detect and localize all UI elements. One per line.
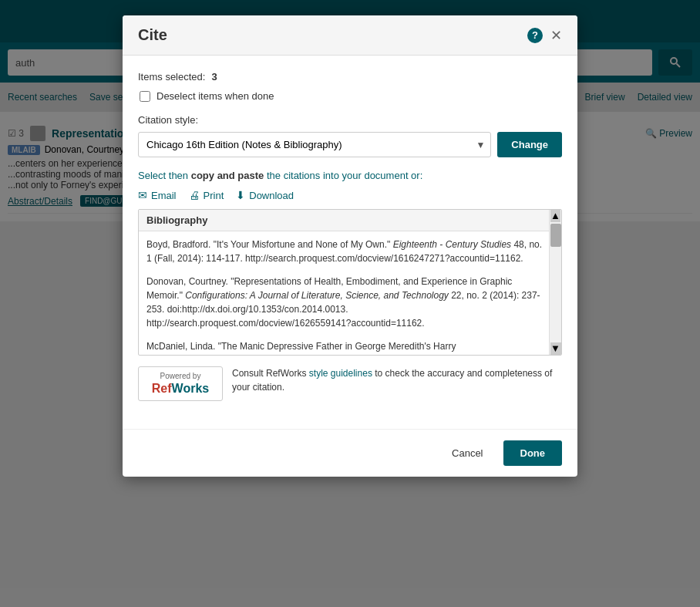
refworks-description: Consult RefWorks style guidelines to che… [232, 366, 562, 394]
citation-style-label: Citation style: [138, 114, 562, 126]
download-icon: ⬇ [236, 189, 245, 201]
download-label: Download [249, 190, 294, 201]
modal-header-icons: ? ✕ [527, 28, 562, 43]
change-button[interactable]: Change [497, 132, 562, 157]
refworks-consult-text: Consult RefWorks [232, 368, 306, 379]
print-link[interactable]: 🖨 Print [189, 189, 224, 201]
bib-entry-1-text: Boyd, Bradford. "It's Your Misfortune an… [146, 239, 390, 250]
citation-style-row: Chicago 16th Edition (Notes & Bibliograp… [138, 132, 562, 157]
print-label: Print [204, 190, 224, 201]
scroll-up-arrow[interactable]: ▲ [550, 210, 560, 222]
bibliography-scrollbar[interactable]: ▲ ▼ [549, 210, 561, 355]
help-icon[interactable]: ? [527, 28, 543, 43]
items-selected-row: Items selected: 3 [138, 71, 562, 83]
done-button[interactable]: Done [503, 440, 563, 466]
refworks-ref: Ref [152, 382, 172, 395]
email-link[interactable]: ✉ Email [138, 189, 177, 201]
scroll-thumb[interactable] [550, 224, 561, 247]
bib-entry-1: Boyd, Bradford. "It's Your Misfortune an… [146, 238, 546, 265]
select-instruction: Select then copy and paste the citations… [138, 170, 562, 181]
download-link[interactable]: ⬇ Download [236, 189, 294, 201]
bibliography-header: Bibliography [139, 210, 561, 231]
deselect-row: Deselect items when done [140, 90, 562, 102]
bib-entry-3-partial: McDaniel, Linda. "The Manic Depressive F… [146, 341, 456, 352]
close-icon[interactable]: ✕ [550, 29, 562, 42]
action-icons-row: ✉ Email 🖨 Print ⬇ Download [138, 189, 562, 201]
bib-entry-1-italic: Eighteenth - Century Studies [390, 239, 511, 250]
modal-header: Cite ? ✕ [123, 15, 577, 56]
refworks-powered-by: Powered by [145, 372, 216, 380]
deselect-checkbox[interactable] [140, 91, 150, 102]
refworks-row: Powered by RefWorks Consult RefWorks sty… [138, 366, 562, 401]
bibliography-content[interactable]: Boyd, Bradford. "It's Your Misfortune an… [139, 231, 561, 352]
bibliography-box: Bibliography Boyd, Bradford. "It's Your … [138, 209, 562, 356]
refworks-brand: RefWorks [145, 382, 216, 396]
citation-style-select[interactable]: Chicago 16th Edition (Notes & Bibliograp… [138, 132, 491, 157]
bib-entry-2: Donovan, Courtney. "Representations of H… [146, 275, 546, 330]
cite-modal: Cite ? ✕ Items selected: 3 Deselect item… [123, 15, 577, 477]
refworks-logo: Powered by RefWorks [138, 366, 223, 401]
bib-entry-3: McDaniel, Linda. "The Manic Depressive F… [146, 339, 546, 352]
items-count: 3 [211, 71, 217, 83]
print-icon: 🖨 [189, 189, 200, 201]
scroll-down-arrow[interactable]: ▼ [550, 342, 561, 355]
modal-body: Items selected: 3 Deselect items when do… [123, 56, 577, 429]
style-guidelines-link[interactable]: style guidelines [309, 368, 372, 379]
deselect-label: Deselect items when done [156, 90, 274, 102]
modal-overlay: Cite ? ✕ Items selected: 3 Deselect item… [0, 0, 700, 607]
modal-title: Cite [138, 26, 167, 44]
modal-footer: Cancel Done [123, 429, 577, 477]
items-selected-label: Items selected: [138, 71, 205, 83]
email-icon: ✉ [138, 189, 147, 201]
citation-style-select-wrapper: Chicago 16th Edition (Notes & Bibliograp… [138, 132, 491, 157]
refworks-works: Works [172, 382, 210, 395]
bib-entry-2-italic: Configurations: A Journal of Literature,… [183, 290, 449, 301]
email-label: Email [151, 190, 177, 201]
cancel-button[interactable]: Cancel [439, 440, 495, 466]
